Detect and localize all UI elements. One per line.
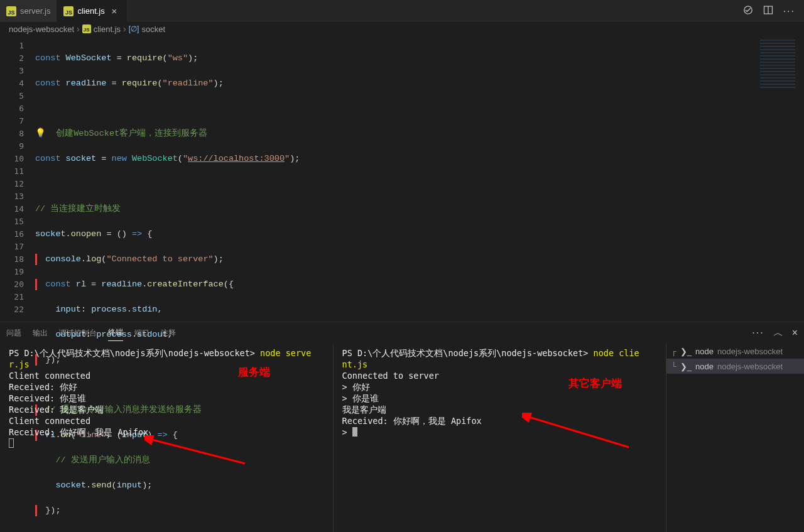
chevron-up-icon[interactable]: ︿	[773, 328, 783, 338]
lightbulb-icon[interactable]: 💡	[35, 129, 46, 138]
breadcrumb-item[interactable]: client.js	[94, 24, 121, 34]
tree-branch-icon: ┌	[671, 347, 676, 356]
terminal-icon: ❯_	[680, 362, 692, 371]
code-editor[interactable]: 12345678910111213141516171819202122 cons…	[0, 36, 804, 322]
breadcrumb[interactable]: nodejs-websocket › JS client.js › [∅] so…	[0, 22, 804, 36]
chevron-right-icon: ›	[123, 24, 126, 34]
tab-label: client.js	[77, 6, 104, 16]
editor-tabbar: JS server.js JS client.js × ···	[0, 0, 804, 22]
tab-label: server.js	[20, 6, 50, 16]
js-file-icon: JS	[63, 6, 73, 16]
terminal-right[interactable]: PS D:\个人代码技术文档\nodejs系列\nodejs-websocket…	[333, 344, 666, 532]
breadcrumb-item[interactable]: socket	[141, 24, 165, 34]
code-area[interactable]: const WebSocket = require("ws"); const r…	[35, 36, 300, 322]
panel-actions: ··· ︿ ×	[752, 328, 798, 338]
more-actions-icon[interactable]: ···	[783, 6, 795, 17]
terminal-icon: ❯_	[680, 347, 692, 356]
panel: 问题 输出 调试控制台 终端 端口 注释 ··· ︿ × PS D:\个人代码技…	[0, 322, 804, 532]
panel-tab-problems[interactable]: 问题	[6, 325, 21, 341]
terminal-entry[interactable]: ┌ ❯_ node nodejs-websocket	[666, 344, 804, 359]
chevron-right-icon: ›	[77, 24, 80, 34]
tab-server-js[interactable]: JS server.js	[0, 0, 57, 22]
terminal-list: ┌ ❯_ node nodejs-websocket └ ❯_ node nod…	[666, 344, 804, 532]
breadcrumb-item[interactable]: nodejs-websocket	[9, 24, 74, 34]
compare-icon[interactable]	[743, 5, 753, 18]
cursor	[9, 438, 14, 448]
js-file-icon: JS	[82, 24, 91, 33]
split-editor-icon[interactable]	[763, 5, 773, 18]
tree-branch-icon: └	[671, 362, 676, 371]
close-icon[interactable]: ×	[792, 328, 798, 338]
symbol-variable-icon: [∅]	[129, 24, 139, 33]
close-icon[interactable]: ×	[109, 6, 120, 16]
more-icon[interactable]: ···	[752, 328, 764, 338]
terminal-left[interactable]: PS D:\个人代码技术文档\nodejs系列\nodejs-websocket…	[0, 344, 333, 532]
terminal-split: PS D:\个人代码技术文档\nodejs系列\nodejs-websocket…	[0, 344, 804, 532]
minimap[interactable]	[760, 40, 795, 90]
tab-client-js[interactable]: JS client.js ×	[57, 0, 126, 22]
title-actions: ···	[734, 0, 804, 22]
line-number-gutter: 12345678910111213141516171819202122	[0, 36, 35, 322]
cursor	[352, 427, 357, 437]
terminal-entry[interactable]: └ ❯_ node nodejs-websocket	[666, 359, 804, 374]
js-file-icon: JS	[6, 6, 16, 16]
